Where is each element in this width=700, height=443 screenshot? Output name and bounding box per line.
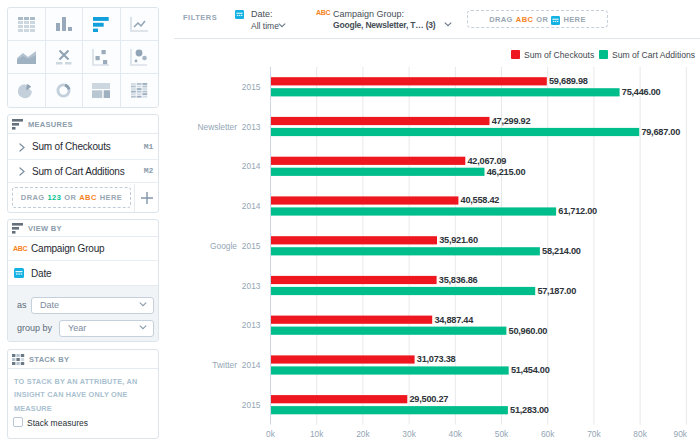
svg-text:Twitter: Twitter [212,360,237,370]
svg-text:46,215.00: 46,215.00 [487,167,526,177]
svg-text:2015: 2015 [242,241,261,251]
svg-text:51,283.00: 51,283.00 [510,405,549,415]
svg-text:2013: 2013 [242,320,261,330]
svg-text:2014: 2014 [242,201,261,211]
svg-text:2015: 2015 [242,82,261,92]
svg-text:0k: 0k [266,429,276,439]
svg-text:2015: 2015 [242,400,261,410]
svg-text:40k: 40k [449,429,463,439]
svg-text:2014: 2014 [242,161,261,171]
svg-text:57,187.00: 57,187.00 [537,286,576,296]
svg-text:30k: 30k [402,429,416,439]
svg-text:59,689.98: 59,689.98 [549,76,588,86]
svg-text:51,454.00: 51,454.00 [511,365,550,375]
svg-text:35,921.60: 35,921.60 [439,235,478,245]
svg-text:Newsletter: Newsletter [197,122,237,132]
svg-text:Sum of Checkouts: Sum of Checkouts [524,50,594,60]
svg-text:47,299.92: 47,299.92 [492,116,531,126]
svg-text:70k: 70k [587,429,601,439]
svg-text:20k: 20k [356,429,370,439]
svg-text:90k: 90k [674,429,688,439]
svg-text:60k: 60k [541,429,555,439]
svg-text:75,446.00: 75,446.00 [622,87,661,97]
svg-text:61,712.00: 61,712.00 [558,206,597,216]
svg-text:35,836.86: 35,836.86 [439,275,478,285]
svg-text:2013: 2013 [242,281,261,291]
svg-text:79,687.00: 79,687.00 [641,127,680,137]
svg-text:42,067.09: 42,067.09 [468,156,507,166]
svg-text:Google: Google [210,241,237,251]
svg-text:2014: 2014 [242,360,261,370]
svg-text:2013: 2013 [242,122,261,132]
svg-text:29,500.27: 29,500.27 [410,394,449,404]
svg-text:58,214.00: 58,214.00 [542,246,581,256]
svg-text:50,960.00: 50,960.00 [509,326,548,336]
svg-text:50k: 50k [495,429,509,439]
svg-text:31,073.38: 31,073.38 [417,354,456,364]
svg-text:Sum of Cart Additions: Sum of Cart Additions [612,50,695,60]
svg-text:80k: 80k [633,429,647,439]
svg-text:10k: 10k [310,429,324,439]
svg-text:40,558.42: 40,558.42 [461,195,500,205]
svg-text:34,887.44: 34,887.44 [434,315,474,325]
